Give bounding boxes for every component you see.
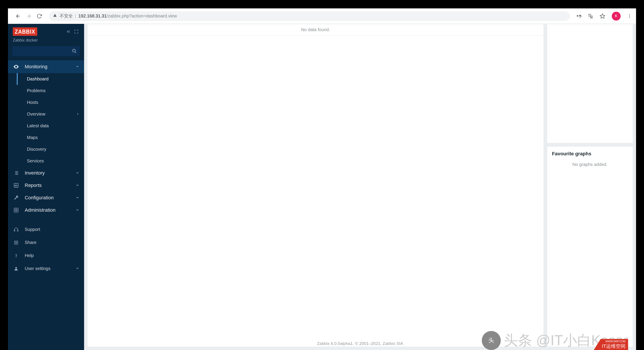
nav-label: Share	[25, 240, 36, 245]
nav-inventory[interactable]: Inventory	[8, 167, 84, 179]
watermark-tag-small: WWW.94IP.COM	[602, 340, 626, 343]
zabbix-logo[interactable]: ZABBIX	[13, 27, 37, 36]
fullscreen-icon[interactable]	[74, 29, 79, 35]
svg-point-14	[15, 267, 17, 268]
wrench-icon	[13, 195, 20, 200]
nav-maps[interactable]: Maps	[8, 132, 84, 143]
svg-rect-10	[14, 230, 15, 231]
profile-avatar[interactable]: K	[612, 12, 620, 21]
nav-hosts[interactable]: Hosts	[8, 97, 84, 108]
bookmark-star-icon[interactable]	[598, 12, 606, 20]
sidebar-subtitle: Zabbix docker	[8, 36, 84, 46]
chevron-up-icon	[76, 64, 79, 70]
url-path: /zabbix.php?action=dashboard.view	[106, 14, 177, 19]
watermark-avatar-icon: 头	[482, 331, 501, 350]
translate-icon[interactable]	[586, 12, 594, 20]
nav-label: Inventory	[25, 170, 45, 176]
user-icon	[13, 266, 20, 271]
nav-discovery[interactable]: Discovery	[8, 143, 84, 155]
svg-rect-11	[18, 230, 18, 231]
nav-latest-data[interactable]: Latest data	[8, 120, 84, 132]
url-host: 192.168.31.31	[78, 14, 106, 19]
svg-rect-8	[14, 208, 18, 212]
nav-reports[interactable]: Reports	[8, 179, 84, 192]
chevron-down-icon	[76, 183, 79, 188]
nav-label: User settings	[25, 266, 50, 271]
nav-label: Reports	[25, 183, 42, 188]
nav-label: Support	[25, 227, 40, 232]
search-input[interactable]	[15, 49, 72, 54]
chevron-right-icon	[76, 112, 79, 117]
address-bar[interactable]: 不安全 | 192.168.31.31/zabbix.php?action=da…	[49, 11, 570, 21]
svg-point-5	[629, 17, 630, 18]
key-icon[interactable]	[575, 12, 583, 20]
insecure-icon	[53, 14, 57, 19]
search-icon[interactable]	[72, 49, 77, 54]
nav-user-settings[interactable]: User settings	[8, 262, 84, 275]
collapse-sidebar-icon[interactable]	[66, 29, 71, 35]
address-separator: |	[75, 14, 76, 19]
svg-point-6	[72, 49, 76, 52]
browser-menu-icon[interactable]	[626, 13, 633, 20]
main-content: No data found. Favourite graphs No graph…	[84, 24, 636, 350]
headset-icon	[13, 227, 20, 232]
watermark-tag-text: IT运维空间	[602, 343, 626, 349]
gear-icon	[13, 208, 20, 213]
nav-label: Configuration	[25, 195, 54, 201]
forward-button[interactable]	[24, 11, 34, 22]
sidebar-search[interactable]	[12, 46, 80, 56]
widget-title: Favourite graphs	[547, 146, 633, 159]
nav-configuration[interactable]: Configuration	[8, 192, 84, 204]
nav-overview[interactable]: Overview	[8, 108, 84, 120]
back-button[interactable]	[13, 11, 24, 22]
list-icon	[13, 170, 20, 176]
reload-button[interactable]	[34, 11, 44, 22]
svg-marker-2	[600, 14, 605, 18]
chevron-down-icon	[76, 195, 79, 201]
nav-label: Help	[25, 253, 34, 258]
nav-monitoring[interactable]: Monitoring	[8, 60, 84, 73]
data-widget: No data found.	[87, 24, 544, 347]
svg-point-9	[16, 210, 17, 211]
nav-services[interactable]: Services	[8, 155, 84, 167]
nav-help[interactable]: Help	[8, 249, 84, 262]
share-icon	[13, 240, 20, 245]
question-icon	[13, 253, 20, 258]
svg-point-13	[16, 257, 16, 257]
blank-widget	[547, 24, 633, 143]
security-label: 不安全	[60, 13, 73, 19]
nav-share[interactable]: Share	[8, 236, 84, 249]
nav-label: Administration	[25, 207, 56, 213]
nav-support[interactable]: Support	[8, 223, 84, 236]
no-data-message: No data found.	[88, 24, 544, 36]
favourite-graphs-widget: Favourite graphs No graphs added.	[547, 146, 633, 347]
nav-label: Monitoring	[25, 64, 48, 70]
chart-icon	[13, 183, 20, 188]
chevron-down-icon	[76, 207, 79, 213]
nav-dashboard[interactable]: Dashboard	[8, 73, 84, 85]
nav-problems[interactable]: Problems	[8, 85, 84, 97]
eye-icon	[13, 64, 20, 70]
sidebar: ZABBIX Zabbix docker	[8, 24, 84, 350]
chevron-down-icon	[76, 170, 79, 176]
svg-point-3	[629, 14, 630, 15]
widget-empty-message: No graphs added.	[547, 159, 633, 170]
chevron-down-icon	[76, 266, 79, 271]
svg-point-4	[629, 16, 630, 17]
browser-toolbar: 不安全 | 192.168.31.31/zabbix.php?action=da…	[8, 9, 636, 24]
nav-administration[interactable]: Administration	[8, 204, 84, 216]
